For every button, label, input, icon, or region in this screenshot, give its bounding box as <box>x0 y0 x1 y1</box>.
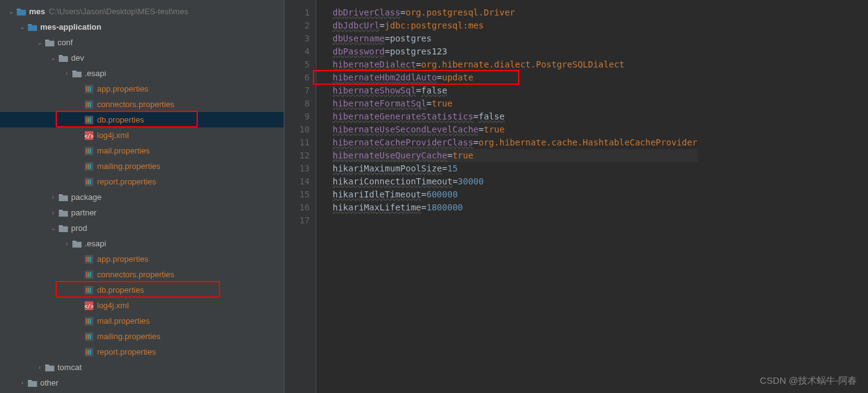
folder-icon <box>72 69 82 79</box>
tree-item-log4j-xml[interactable]: </>log4j.xml <box>0 298 284 313</box>
code-line-10[interactable]: hibernateUseSecondLevelCache=true <box>333 123 697 136</box>
tree-item-connectors-properties[interactable]: connectors.properties <box>0 267 284 282</box>
code-line-9[interactable]: hibernateGenerateStatistics=false <box>333 110 697 123</box>
svg-rect-9 <box>86 118 87 123</box>
svg-rect-17 <box>90 149 91 153</box>
properties-file-icon <box>84 162 94 171</box>
tree-item-app-properties[interactable]: app.properties <box>0 81 284 97</box>
code-line-5[interactable]: hibernateDialect=org.hibernate.dialect.P… <box>333 58 697 71</box>
chevron-right-icon[interactable]: › <box>62 239 72 249</box>
code-editor[interactable]: 1234567891011121314151617 dbDriverClass=… <box>284 0 868 393</box>
tree-item-other[interactable]: ›other <box>0 375 284 391</box>
svg-rect-46 <box>88 334 89 339</box>
spacer <box>74 131 84 140</box>
tree-item-dev[interactable]: ⌄dev <box>0 50 284 66</box>
tree-item-prod[interactable]: ⌄prod <box>0 220 284 236</box>
tree-item-label: app.properties <box>97 254 148 264</box>
spacer <box>74 115 84 125</box>
tree-item-db-properties[interactable]: db.properties <box>0 112 284 127</box>
svg-rect-24 <box>88 179 89 184</box>
tree-item-conf[interactable]: ⌄conf <box>0 35 284 50</box>
properties-file-icon <box>84 285 94 295</box>
code-line-14[interactable]: hikariConnectionTimeout=30000 <box>333 175 697 188</box>
spacer <box>74 177 84 187</box>
spacer <box>74 347 84 357</box>
chevron-right-icon[interactable]: › <box>48 208 58 218</box>
spacer <box>74 316 84 326</box>
project-tree-panel[interactable]: ⌄mesC:\Users\Jason\Desktop\MES-test\mes⌄… <box>0 0 284 393</box>
tree-item-label: db.properties <box>97 285 144 295</box>
tree-item-label: prod <box>71 223 87 233</box>
chevron-down-icon[interactable]: ⌄ <box>35 38 45 48</box>
tree-item--esapi[interactable]: ›.esapi <box>0 236 284 251</box>
tree-item-path: C:\Users\Jason\Desktop\MES-test\mes <box>49 7 188 16</box>
code-line-7[interactable]: hibernateShowSql=false <box>333 84 697 97</box>
svg-rect-47 <box>90 334 91 339</box>
code-line-12[interactable]: hibernateUseQueryCache=true <box>333 149 697 162</box>
tree-item-label: tomcat <box>57 363 82 372</box>
svg-rect-32 <box>88 272 89 277</box>
tree-item-label: log4j.xml <box>97 301 129 310</box>
tree-item-db-properties[interactable]: db.properties <box>0 282 284 298</box>
tree-item-tomcat[interactable]: ›tomcat <box>0 360 284 375</box>
chevron-down-icon[interactable]: ⌄ <box>48 53 58 63</box>
properties-file-icon <box>84 100 94 110</box>
tree-item-mes-application[interactable]: ⌄mes-application <box>0 19 284 35</box>
code-line-11[interactable]: hibernateCacheProviderClass=org.hibernat… <box>333 136 697 149</box>
svg-rect-10 <box>88 118 89 123</box>
svg-rect-29 <box>90 257 91 262</box>
code-line-8[interactable]: hibernateFormatSql=true <box>333 97 697 110</box>
tree-item-mes[interactable]: ⌄mesC:\Users\Jason\Desktop\MES-test\mes <box>0 4 284 19</box>
tree-item-label: mes <box>29 7 45 16</box>
code-line-17[interactable] <box>333 214 697 227</box>
tree-item-report-properties[interactable]: report.properties <box>0 344 284 360</box>
code-line-16[interactable]: hikariMaxLifetime=1800000 <box>333 201 697 214</box>
chevron-right-icon[interactable]: › <box>35 363 45 373</box>
tree-item-mailing-properties[interactable]: mailing.properties <box>0 329 284 344</box>
tree-item-app-properties[interactable]: app.properties <box>0 251 284 267</box>
code-line-6[interactable]: hibernateHbm2ddlAuto=update <box>333 71 697 84</box>
spacer <box>74 162 84 171</box>
spacer <box>74 100 84 110</box>
xml-file-icon: </> <box>84 301 94 311</box>
svg-rect-25 <box>90 179 91 184</box>
svg-rect-7 <box>90 102 91 107</box>
tree-item-mail-properties[interactable]: mail.properties <box>0 143 284 158</box>
svg-rect-33 <box>90 272 91 277</box>
xml-file-icon: </> <box>84 131 94 140</box>
tree-item-partner[interactable]: ›partner <box>0 205 284 220</box>
tree-item-connectors-properties[interactable]: connectors.properties <box>0 97 284 112</box>
tree-item--esapi[interactable]: ›.esapi <box>0 66 284 81</box>
code-line-1[interactable]: dbDriverClass=org.postgresql.Driver <box>333 6 697 19</box>
tree-item-report-properties[interactable]: report.properties <box>0 174 284 189</box>
editor-content[interactable]: dbDriverClass=org.postgresql.DriverdbJdb… <box>317 0 697 393</box>
tree-item-label: mail.properties <box>97 146 150 155</box>
svg-rect-28 <box>88 257 89 262</box>
module-folder-icon <box>16 7 26 17</box>
chevron-right-icon[interactable]: › <box>48 192 58 202</box>
chevron-right-icon[interactable]: › <box>62 69 72 79</box>
chevron-right-icon[interactable]: › <box>17 378 27 388</box>
code-line-2[interactable]: dbJdbcUrl=jdbc:postgresql:mes <box>333 19 697 32</box>
tree-item-mail-properties[interactable]: mail.properties <box>0 313 284 329</box>
chevron-down-icon[interactable]: ⌄ <box>6 7 16 17</box>
tree-item-label: report.properties <box>97 177 156 186</box>
svg-rect-41 <box>86 319 87 324</box>
code-line-3[interactable]: dbUsername=postgres <box>333 32 697 45</box>
spacer <box>74 84 84 94</box>
tree-item-package[interactable]: ›package <box>0 189 284 205</box>
chevron-down-icon[interactable]: ⌄ <box>17 22 27 32</box>
folder-icon <box>45 363 54 373</box>
chevron-down-icon[interactable]: ⌄ <box>48 223 58 233</box>
code-line-15[interactable]: hikariIdleTimeout=600000 <box>333 188 697 201</box>
svg-rect-3 <box>90 87 91 92</box>
code-line-4[interactable]: dbPassword=postgres123 <box>333 45 697 58</box>
code-line-13[interactable]: hikariMaximumPoolSize=15 <box>333 162 697 175</box>
tree-item-label: mailing.properties <box>97 332 161 341</box>
tree-item-mailing-properties[interactable]: mailing.properties <box>0 158 284 174</box>
svg-text:</>: </> <box>85 133 93 139</box>
tree-item-log4j-xml[interactable]: </>log4j.xml <box>0 127 284 143</box>
folder-icon <box>27 378 37 388</box>
tree-item-label: package <box>71 192 101 202</box>
svg-rect-23 <box>86 179 87 184</box>
